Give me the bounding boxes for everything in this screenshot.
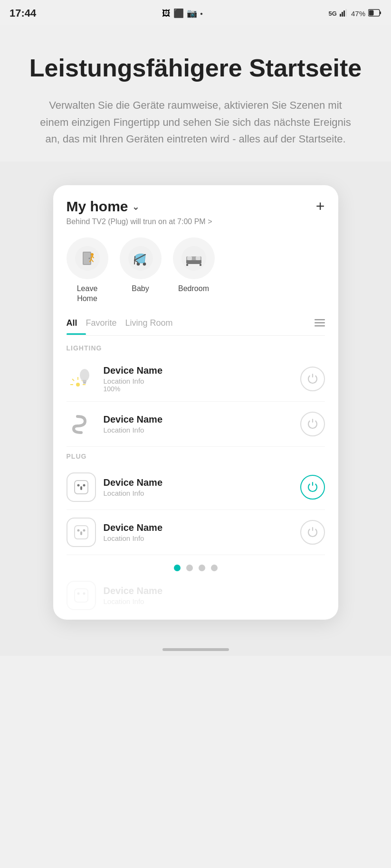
svg-rect-27	[196, 256, 200, 260]
svg-point-43	[77, 484, 79, 486]
device-info-strip: Device Name Location Info	[104, 414, 293, 434]
device-item-bulb[interactable]: Device Name Location Info 100%	[67, 357, 325, 402]
chevron-down-icon: ⌄	[132, 202, 139, 212]
room-item-baby[interactable]: Baby	[120, 237, 162, 304]
svg-rect-49	[80, 531, 82, 535]
svg-rect-32	[315, 325, 325, 327]
svg-point-39	[80, 369, 89, 381]
room-circle-bedroom	[173, 237, 215, 279]
card-subtitle[interactable]: Behind TV2 (Plug) will trun on at 7:00 P…	[67, 217, 325, 226]
tab-living-room[interactable]: Living Room	[125, 318, 181, 334]
svg-rect-41	[83, 382, 86, 384]
card-header: My home ⌄ +	[67, 198, 325, 215]
svg-line-35	[72, 379, 74, 381]
plug-active-icon-wrap	[67, 472, 96, 502]
svg-rect-2	[343, 10, 345, 17]
svg-rect-0	[340, 14, 341, 17]
svg-rect-3	[345, 9, 347, 17]
home-title[interactable]: My home ⌄	[67, 198, 139, 215]
power-button-bulb[interactable]	[300, 367, 325, 391]
svg-rect-31	[315, 322, 325, 323]
hero-title: Leistungsfähigere Startseite	[29, 53, 362, 83]
device-name-strip: Device Name	[104, 414, 293, 425]
strip-icon-wrap	[67, 409, 96, 439]
status-bar: 17:44 🖼 ⬛ 📷 ● 5G 47%	[0, 0, 391, 25]
device-list-plug: Device Name Location Info	[67, 465, 325, 555]
tabs-menu-icon[interactable]	[315, 317, 325, 335]
partial-icon	[67, 581, 96, 610]
device-location-strip: Location Info	[104, 426, 293, 434]
svg-rect-50	[75, 589, 88, 602]
device-item-partial: Device Name Location Info	[67, 575, 325, 610]
svg-rect-5	[369, 10, 373, 15]
device-info-plug-active: Device Name Location Info	[104, 477, 293, 497]
camera-icon: 📷	[187, 8, 197, 19]
svg-point-51	[77, 592, 79, 594]
plug-inactive-icon	[67, 518, 96, 547]
battery-percentage: 47%	[351, 9, 365, 18]
tab-favorite[interactable]: Favorite	[86, 318, 125, 334]
svg-rect-1	[342, 12, 343, 17]
svg-rect-30	[315, 319, 325, 321]
room-circle-leave-home	[67, 237, 108, 279]
room-label-bedroom: Bedroom	[178, 284, 209, 294]
svg-rect-40	[83, 380, 86, 382]
status-time: 17:44	[10, 7, 36, 19]
power-button-plug-inactive[interactable]	[300, 520, 325, 545]
qr-icon: ⬛	[173, 8, 184, 19]
power-button-strip[interactable]	[300, 412, 325, 436]
pagination-dot-4[interactable]	[211, 565, 218, 571]
partial-icon-wrap	[67, 581, 96, 610]
add-button[interactable]: +	[316, 198, 325, 214]
device-item-plug-active[interactable]: Device Name Location Info	[67, 465, 325, 510]
home-name-label: My home	[67, 198, 128, 215]
device-item-plug-inactive[interactable]: Device Name Location Info	[67, 510, 325, 555]
room-label-baby: Baby	[132, 284, 149, 294]
section-label-plug: PLUG	[67, 453, 325, 460]
power-button-plug-active[interactable]	[300, 475, 325, 500]
app-card: My home ⌄ + Behind TV2 (Plug) will trun …	[53, 185, 338, 620]
hero-section: Leistungsfähigere Startseite Verwalten S…	[0, 25, 391, 161]
tab-all[interactable]: All	[67, 318, 86, 334]
plug-inactive-icon-wrap	[67, 518, 96, 547]
battery-icon	[368, 9, 381, 18]
pagination-dot-3[interactable]	[199, 565, 205, 571]
pagination-dot-2[interactable]	[186, 565, 193, 571]
room-item-bedroom[interactable]: Bedroom	[173, 237, 215, 304]
device-location-plug-active: Location Info	[104, 489, 293, 497]
device-brightness-bulb: 100%	[104, 385, 293, 393]
room-label-leave-home: LeaveHome	[77, 284, 98, 304]
svg-rect-28	[186, 264, 188, 266]
device-item-strip[interactable]: Device Name Location Info	[67, 402, 325, 447]
signal-bars-icon	[340, 9, 348, 18]
dot-icon: ●	[200, 11, 203, 16]
device-location-plug-inactive: Location Info	[104, 534, 293, 542]
svg-point-48	[83, 529, 85, 531]
svg-point-10	[88, 257, 90, 259]
svg-rect-29	[200, 264, 201, 266]
device-location-partial: Location Info	[104, 597, 325, 605]
svg-point-47	[77, 529, 79, 531]
svg-rect-26	[187, 256, 192, 260]
device-name-plug-inactive: Device Name	[104, 522, 293, 533]
svg-point-52	[83, 592, 85, 594]
device-name-partial: Device Name	[104, 585, 325, 596]
home-indicator	[0, 639, 391, 656]
home-bar	[162, 648, 229, 651]
device-location-bulb: Location Info	[104, 377, 293, 385]
rooms-row: LeaveHome Baby	[67, 237, 325, 304]
svg-rect-45	[80, 486, 82, 490]
status-icons: 🖼 ⬛ 📷 ●	[162, 8, 203, 19]
room-circle-baby	[120, 237, 162, 279]
device-info-partial: Device Name Location Info	[104, 585, 325, 605]
device-name-bulb: Device Name	[104, 365, 293, 376]
photo-icon: 🖼	[162, 9, 171, 19]
tabs-row: All Favorite Living Room	[67, 317, 325, 336]
device-name-plug-active: Device Name	[104, 477, 293, 488]
room-item-leave-home[interactable]: LeaveHome	[67, 237, 108, 304]
pagination-dot-1[interactable]	[174, 565, 181, 571]
svg-rect-6	[380, 11, 381, 14]
hero-subtitle: Verwalten Sie die Geräte raumweise, akti…	[34, 97, 357, 147]
plug-active-icon	[67, 472, 96, 502]
signal-5g-icon: 5G	[329, 10, 337, 17]
